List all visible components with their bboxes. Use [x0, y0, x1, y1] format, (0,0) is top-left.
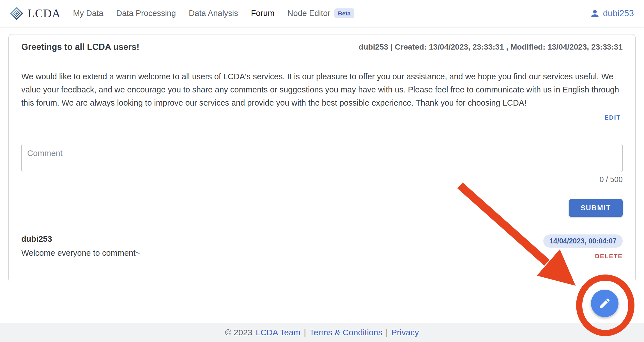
char-counter: 0 / 500 [21, 175, 623, 184]
nav-item-forum[interactable]: Forum [251, 9, 275, 18]
pencil-icon [598, 297, 611, 310]
brand-logo[interactable]: LCDA [10, 7, 61, 20]
comment-author: dubi253 [21, 234, 140, 244]
footer-separator: | [304, 328, 306, 337]
footer: © 2023 LCDA Team | Terms & Conditions | … [0, 323, 644, 342]
nav-item-node-editor-label: Node Editor [288, 9, 330, 18]
username-label: dubi253 [603, 8, 634, 18]
comment-list-item: dubi253 Welcome everyone to comment~ 14/… [9, 227, 635, 260]
top-navbar: LCDA My Data Data Processing Data Analys… [0, 0, 644, 27]
nav-item-data-analysis[interactable]: Data Analysis [189, 9, 238, 18]
nav-links: My Data Data Processing Data Analysis Fo… [73, 8, 354, 18]
footer-separator: | [386, 328, 388, 337]
person-icon [590, 8, 600, 19]
nav-item-node-editor[interactable]: Node Editor Beta [288, 8, 355, 18]
post-body-text: We would like to extend a warm welcome t… [9, 60, 635, 110]
footer-link-lcda-team[interactable]: LCDA Team [256, 328, 301, 337]
nav-item-my-data[interactable]: My Data [73, 9, 103, 18]
comment-content: dubi253 Welcome everyone to comment~ [21, 234, 140, 258]
user-menu[interactable]: dubi253 [590, 8, 634, 19]
comment-input[interactable] [21, 144, 623, 172]
comment-form: 0 / 500 SUBMIT [9, 136, 635, 217]
submit-button[interactable]: SUBMIT [569, 199, 623, 217]
edit-row: EDIT [9, 110, 635, 121]
post-card-header: Greetings to all LCDA users! dubi253 | C… [9, 34, 635, 60]
brand-name: LCDA [27, 7, 61, 20]
comment-meta: 14/04/2023, 00:04:07 DELETE [543, 234, 623, 260]
beta-badge: Beta [334, 8, 355, 18]
edit-button[interactable]: EDIT [604, 114, 621, 121]
post-meta: dubi253 | Created: 13/04/2023, 23:33:31 … [358, 43, 623, 52]
footer-link-terms[interactable]: Terms & Conditions [309, 328, 382, 337]
footer-link-privacy[interactable]: Privacy [391, 328, 419, 337]
lcda-diamond-logo-icon [10, 7, 23, 20]
delete-comment-button[interactable]: DELETE [595, 253, 623, 260]
nav-item-data-processing[interactable]: Data Processing [116, 9, 176, 18]
new-post-fab[interactable] [591, 290, 618, 317]
comment-text: Welcome everyone to comment~ [21, 248, 140, 258]
post-title: Greetings to all LCDA users! [21, 42, 139, 52]
copyright-text: © 2023 [225, 328, 252, 337]
post-card: Greetings to all LCDA users! dubi253 | C… [8, 34, 636, 282]
submit-row: SUBMIT [21, 199, 623, 217]
comment-timestamp-badge: 14/04/2023, 00:04:07 [543, 234, 623, 248]
